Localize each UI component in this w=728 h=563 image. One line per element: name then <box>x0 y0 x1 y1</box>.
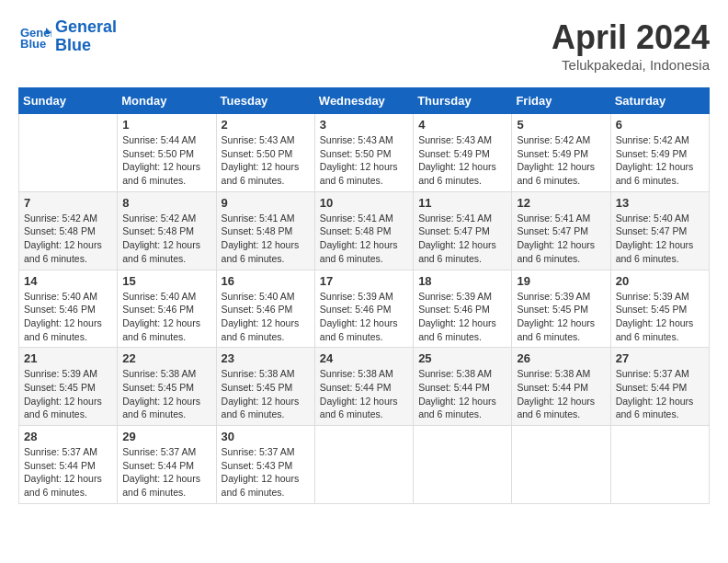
day-info: Sunrise: 5:43 AM Sunset: 5:50 PM Dayligh… <box>222 133 310 188</box>
calendar-cell: 7Sunrise: 5:42 AM Sunset: 5:48 PM Daylig… <box>19 191 118 270</box>
calendar-cell: 26Sunrise: 5:38 AM Sunset: 5:44 PM Dayli… <box>512 348 610 426</box>
day-info: Sunrise: 5:39 AM Sunset: 5:46 PM Dayligh… <box>320 290 408 344</box>
calendar-cell: 14Sunrise: 5:40 AM Sunset: 5:46 PM Dayli… <box>19 270 118 348</box>
day-info: Sunrise: 5:38 AM Sunset: 5:45 PM Dayligh… <box>222 367 310 421</box>
day-info: Sunrise: 5:38 AM Sunset: 5:44 PM Dayligh… <box>320 367 408 421</box>
day-info: Sunrise: 5:38 AM Sunset: 5:44 PM Dayligh… <box>418 367 506 421</box>
day-info: Sunrise: 5:42 AM Sunset: 5:49 PM Dayligh… <box>517 133 605 188</box>
page-header: General Blue GeneralBlue April 2024 Telu… <box>18 18 710 73</box>
day-info: Sunrise: 5:42 AM Sunset: 5:49 PM Dayligh… <box>616 133 704 188</box>
day-number: 3 <box>320 118 408 132</box>
calendar-cell: 23Sunrise: 5:38 AM Sunset: 5:45 PM Dayli… <box>216 348 314 426</box>
calendar-cell <box>414 426 512 504</box>
calendar-cell: 18Sunrise: 5:39 AM Sunset: 5:46 PM Dayli… <box>414 270 512 348</box>
day-info: Sunrise: 5:39 AM Sunset: 5:45 PM Dayligh… <box>616 290 704 344</box>
day-number: 2 <box>222 118 310 132</box>
calendar-cell: 21Sunrise: 5:39 AM Sunset: 5:45 PM Dayli… <box>19 348 118 426</box>
day-number: 29 <box>122 430 210 443</box>
day-info: Sunrise: 5:42 AM Sunset: 5:48 PM Dayligh… <box>24 212 112 266</box>
day-info: Sunrise: 5:41 AM Sunset: 5:48 PM Dayligh… <box>222 212 310 266</box>
day-number: 20 <box>616 274 704 288</box>
calendar-cell: 17Sunrise: 5:39 AM Sunset: 5:46 PM Dayli… <box>314 270 413 348</box>
calendar-cell: 24Sunrise: 5:38 AM Sunset: 5:44 PM Dayli… <box>314 348 413 426</box>
weekday-header-row: SundayMondayTuesdayWednesdayThursdayFrid… <box>19 88 710 114</box>
location: Telukpakedai, Indonesia <box>552 57 710 73</box>
week-row-2: 7Sunrise: 5:42 AM Sunset: 5:48 PM Daylig… <box>19 191 710 270</box>
day-info: Sunrise: 5:37 AM Sunset: 5:43 PM Dayligh… <box>222 445 310 500</box>
calendar-cell: 13Sunrise: 5:40 AM Sunset: 5:47 PM Dayli… <box>610 191 709 270</box>
calendar-cell: 12Sunrise: 5:41 AM Sunset: 5:47 PM Dayli… <box>512 191 610 270</box>
day-info: Sunrise: 5:39 AM Sunset: 5:45 PM Dayligh… <box>24 367 112 421</box>
calendar-cell: 30Sunrise: 5:37 AM Sunset: 5:43 PM Dayli… <box>216 426 314 504</box>
weekday-header-tuesday: Tuesday <box>216 88 314 114</box>
day-number: 21 <box>24 351 112 365</box>
calendar-cell: 2Sunrise: 5:43 AM Sunset: 5:50 PM Daylig… <box>216 114 314 192</box>
day-number: 11 <box>418 196 506 210</box>
calendar-cell: 29Sunrise: 5:37 AM Sunset: 5:44 PM Dayli… <box>118 426 216 504</box>
day-number: 8 <box>122 196 210 210</box>
calendar-cell: 6Sunrise: 5:42 AM Sunset: 5:49 PM Daylig… <box>610 114 709 192</box>
day-number: 28 <box>24 430 112 443</box>
calendar-cell: 15Sunrise: 5:40 AM Sunset: 5:46 PM Dayli… <box>118 270 216 348</box>
day-info: Sunrise: 5:41 AM Sunset: 5:48 PM Dayligh… <box>320 212 408 266</box>
calendar-cell: 9Sunrise: 5:41 AM Sunset: 5:48 PM Daylig… <box>216 191 314 270</box>
day-number: 14 <box>24 274 112 288</box>
month-title: April 2024 <box>552 18 710 57</box>
calendar-cell: 5Sunrise: 5:42 AM Sunset: 5:49 PM Daylig… <box>512 114 610 192</box>
calendar-cell: 4Sunrise: 5:43 AM Sunset: 5:49 PM Daylig… <box>414 114 512 192</box>
day-info: Sunrise: 5:40 AM Sunset: 5:47 PM Dayligh… <box>616 212 704 266</box>
day-info: Sunrise: 5:39 AM Sunset: 5:46 PM Dayligh… <box>418 290 506 344</box>
calendar-cell: 19Sunrise: 5:39 AM Sunset: 5:45 PM Dayli… <box>512 270 610 348</box>
day-number: 27 <box>616 351 704 365</box>
day-info: Sunrise: 5:41 AM Sunset: 5:47 PM Dayligh… <box>517 212 605 266</box>
day-number: 26 <box>517 351 605 365</box>
day-info: Sunrise: 5:37 AM Sunset: 5:44 PM Dayligh… <box>24 445 112 500</box>
logo: General Blue GeneralBlue <box>18 18 117 55</box>
day-info: Sunrise: 5:42 AM Sunset: 5:48 PM Dayligh… <box>122 212 210 266</box>
day-info: Sunrise: 5:43 AM Sunset: 5:50 PM Dayligh… <box>320 133 408 188</box>
day-number: 23 <box>222 351 310 365</box>
day-number: 9 <box>222 196 310 210</box>
calendar-cell: 1Sunrise: 5:44 AM Sunset: 5:50 PM Daylig… <box>118 114 216 192</box>
day-number: 4 <box>418 118 506 132</box>
calendar-cell: 10Sunrise: 5:41 AM Sunset: 5:48 PM Dayli… <box>314 191 413 270</box>
calendar-cell: 16Sunrise: 5:40 AM Sunset: 5:46 PM Dayli… <box>216 270 314 348</box>
day-info: Sunrise: 5:41 AM Sunset: 5:47 PM Dayligh… <box>418 212 506 266</box>
day-info: Sunrise: 5:38 AM Sunset: 5:45 PM Dayligh… <box>122 367 210 421</box>
day-number: 30 <box>222 430 310 443</box>
day-number: 25 <box>418 351 506 365</box>
calendar-cell <box>610 426 709 504</box>
week-row-4: 21Sunrise: 5:39 AM Sunset: 5:45 PM Dayli… <box>19 348 710 426</box>
calendar-cell: 3Sunrise: 5:43 AM Sunset: 5:50 PM Daylig… <box>314 114 413 192</box>
weekday-header-saturday: Saturday <box>610 88 709 114</box>
calendar-cell: 25Sunrise: 5:38 AM Sunset: 5:44 PM Dayli… <box>414 348 512 426</box>
day-number: 7 <box>24 196 112 210</box>
day-info: Sunrise: 5:39 AM Sunset: 5:45 PM Dayligh… <box>517 290 605 344</box>
day-number: 17 <box>320 274 408 288</box>
day-info: Sunrise: 5:37 AM Sunset: 5:44 PM Dayligh… <box>616 367 704 421</box>
day-number: 22 <box>122 351 210 365</box>
calendar-cell <box>314 426 413 504</box>
day-number: 1 <box>122 118 210 132</box>
weekday-header-thursday: Thursday <box>414 88 512 114</box>
day-info: Sunrise: 5:38 AM Sunset: 5:44 PM Dayligh… <box>517 367 605 421</box>
week-row-5: 28Sunrise: 5:37 AM Sunset: 5:44 PM Dayli… <box>19 426 710 504</box>
day-info: Sunrise: 5:40 AM Sunset: 5:46 PM Dayligh… <box>222 290 310 344</box>
week-row-3: 14Sunrise: 5:40 AM Sunset: 5:46 PM Dayli… <box>19 270 710 348</box>
calendar-table: SundayMondayTuesdayWednesdayThursdayFrid… <box>18 87 710 504</box>
logo-icon: General Blue <box>18 20 51 53</box>
day-number: 15 <box>122 274 210 288</box>
day-info: Sunrise: 5:40 AM Sunset: 5:46 PM Dayligh… <box>24 290 112 344</box>
day-number: 16 <box>222 274 310 288</box>
day-info: Sunrise: 5:37 AM Sunset: 5:44 PM Dayligh… <box>122 445 210 500</box>
day-info: Sunrise: 5:44 AM Sunset: 5:50 PM Dayligh… <box>122 133 210 188</box>
calendar-cell: 22Sunrise: 5:38 AM Sunset: 5:45 PM Dayli… <box>118 348 216 426</box>
calendar-cell <box>512 426 610 504</box>
day-number: 10 <box>320 196 408 210</box>
calendar-cell: 11Sunrise: 5:41 AM Sunset: 5:47 PM Dayli… <box>414 191 512 270</box>
weekday-header-sunday: Sunday <box>19 88 118 114</box>
week-row-1: 1Sunrise: 5:44 AM Sunset: 5:50 PM Daylig… <box>19 114 710 192</box>
day-number: 24 <box>320 351 408 365</box>
day-number: 6 <box>616 118 704 132</box>
day-number: 18 <box>418 274 506 288</box>
